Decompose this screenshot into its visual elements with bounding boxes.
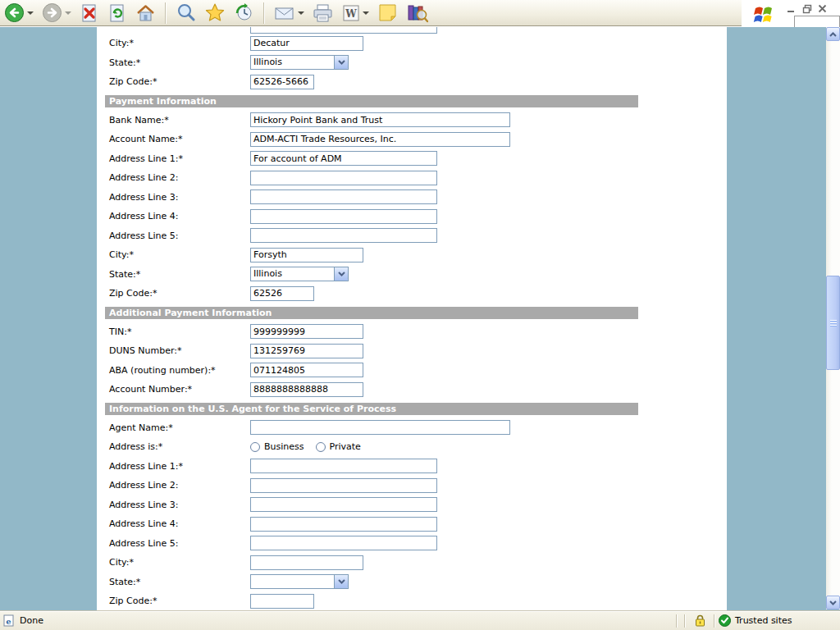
chevron-down-icon[interactable] [334, 575, 348, 588]
mail-icon [274, 3, 295, 23]
tin-input[interactable] [250, 324, 363, 339]
payment-address-line-3-input[interactable] [250, 189, 437, 204]
ie-page-icon: e [3, 614, 16, 627]
business-radio-label: Business [264, 441, 304, 452]
payment-state-select[interactable]: Illinois [250, 267, 349, 281]
agent-address-line-3-input[interactable] [250, 497, 437, 512]
agent-address-line-1-input[interactable] [250, 459, 437, 473]
bank-name-label: Bank Name:* [109, 115, 250, 126]
agent-city-label: City:* [109, 557, 250, 568]
agent-state-select[interactable] [250, 574, 349, 589]
agent-address-line-2-input[interactable] [250, 478, 437, 493]
agent-address-line-3-label: Address Line 3: [109, 500, 250, 510]
restore-button[interactable] [801, 3, 812, 14]
form-page: City:* State:* Illinois Zip Code:* [97, 27, 727, 610]
chevron-down-icon[interactable] [27, 11, 34, 15]
mail-button[interactable] [271, 2, 308, 25]
account-name-input[interactable] [250, 132, 510, 147]
payment-zip-code-input[interactable] [250, 286, 314, 301]
payment-address-line-4-label: Address Line 4: [109, 211, 250, 221]
payment-state-select-value: Illinois [251, 267, 334, 281]
payment-city-input[interactable] [250, 248, 363, 262]
chevron-down-icon[interactable] [334, 56, 348, 69]
bank-name-input[interactable] [250, 112, 510, 127]
payment-address-line-1-input[interactable] [250, 151, 437, 166]
chevron-down-icon [829, 600, 837, 605]
refresh-icon [107, 3, 127, 23]
scroll-down-button[interactable] [826, 596, 840, 609]
edit-with-word-button[interactable]: W [339, 2, 372, 24]
payment-address-line-2-input[interactable] [250, 171, 437, 185]
research-icon [406, 2, 428, 23]
agent-address-line-4-input[interactable] [250, 517, 437, 532]
payment-state-label: State:* [109, 269, 250, 280]
clipped-textbox [794, 16, 840, 27]
agent-address-line-5-input[interactable] [250, 536, 437, 550]
duns-number-label: DUNS Number:* [109, 345, 250, 356]
agent-zip-code-input[interactable] [250, 594, 314, 609]
form-row: ABA (routing number):* [97, 361, 727, 381]
payment-address-line-2-label: Address Line 2: [109, 172, 250, 183]
payment-address-line-5-input[interactable] [250, 228, 437, 243]
print-button[interactable] [309, 2, 337, 25]
scrollbar-thumb[interactable] [826, 276, 840, 370]
agent-city-input[interactable] [250, 555, 363, 570]
chevron-down-icon[interactable] [334, 267, 348, 281]
minimize-button[interactable] [786, 3, 797, 14]
registration-form: City:* State:* Illinois Zip Code:* [97, 27, 727, 610]
form-row: Address Line 4: [97, 207, 727, 226]
print-icon [313, 3, 334, 23]
history-icon [234, 2, 254, 23]
agent-name-label: Agent Name:* [109, 422, 250, 433]
research-button[interactable] [403, 1, 431, 25]
form-row: State:* [97, 573, 727, 592]
windows-logo-icon [753, 3, 778, 25]
clipped-top-input[interactable] [250, 27, 437, 34]
state-select[interactable]: Illinois [250, 55, 349, 70]
scroll-up-button[interactable] [826, 27, 840, 41]
duns-number-input[interactable] [250, 344, 363, 358]
form-row: State:* Illinois [97, 265, 727, 285]
edit-in-word-icon: W [342, 4, 360, 22]
toolbar-separator [165, 2, 167, 24]
search-button[interactable] [172, 1, 199, 25]
chevron-down-icon[interactable] [298, 11, 304, 15]
zip-code-input[interactable] [250, 75, 314, 89]
stop-icon [80, 3, 99, 23]
browser-toolbar: W [0, 0, 840, 26]
city-label: City:* [109, 38, 250, 48]
security-zone-panel: Trusted sites [719, 614, 840, 627]
statusbar-separator [676, 614, 678, 628]
close-button[interactable] [817, 3, 828, 14]
agent-name-input[interactable] [250, 420, 510, 435]
back-button[interactable] [1, 1, 37, 25]
chevron-down-icon[interactable] [65, 11, 71, 15]
business-radio[interactable] [250, 442, 260, 452]
refresh-button[interactable] [104, 2, 130, 25]
forward-button[interactable] [39, 1, 75, 25]
section-header-us-agent-information: Information on the U.S. Agent for the Se… [105, 403, 638, 415]
form-row: Account Number:* [97, 380, 727, 399]
home-button[interactable] [132, 2, 159, 25]
chevron-down-icon[interactable] [363, 11, 369, 15]
form-row: Address Line 5: [97, 226, 727, 246]
favorites-button[interactable] [201, 1, 229, 25]
private-radio[interactable] [316, 442, 326, 452]
form-row: Address Line 2: [97, 168, 727, 188]
state-select-value: Illinois [251, 56, 334, 69]
payment-address-line-4-input[interactable] [250, 209, 437, 224]
history-button[interactable] [231, 1, 258, 25]
vertical-scrollbar[interactable] [826, 27, 840, 609]
notes-button[interactable] [374, 1, 401, 25]
city-input[interactable] [250, 36, 363, 51]
lock-icon [695, 614, 705, 627]
back-icon [4, 2, 25, 23]
account-number-label: Account Number:* [109, 384, 250, 395]
trusted-zone-check-icon [719, 614, 731, 627]
browser-window: W [0, 0, 840, 630]
payment-zip-code-label: Zip Code:* [109, 288, 250, 299]
aba-routing-number-input[interactable] [250, 363, 363, 377]
account-number-input[interactable] [250, 382, 363, 397]
agent-state-label: State:* [109, 577, 250, 587]
stop-button[interactable] [76, 2, 103, 25]
